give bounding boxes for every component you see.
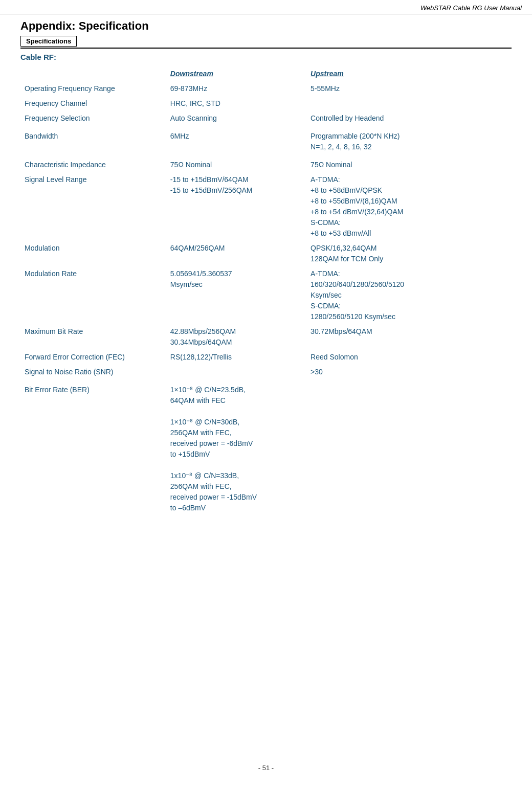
row-label: Maximum Bit Rate xyxy=(20,324,166,350)
row-upstream: 5-55MHz xyxy=(306,81,512,96)
table-row: Frequency ChannelHRC, IRC, STD xyxy=(20,96,512,111)
table-header-row: Downstream Upstream xyxy=(20,66,512,81)
table-row: Maximum Bit Rate42.88Mbps/256QAM30.34Mbp… xyxy=(20,324,512,350)
table-row: Modulation Rate5.056941/5.360537Msym/sec… xyxy=(20,266,512,324)
appendix-title: Appendix: Specification xyxy=(20,19,512,33)
table-row: Modulation64QAM/256QAMQPSK/16,32,64QAM12… xyxy=(20,241,512,266)
col1-header xyxy=(20,66,166,81)
row-downstream: HRC, IRC, STD xyxy=(166,96,306,111)
table-row: Bandwidth6MHzProgrammable (200*N KHz)N=1… xyxy=(20,126,512,154)
row-downstream: 69-873MHz xyxy=(166,81,306,96)
row-downstream: 75Ω Nominal xyxy=(166,154,306,172)
row-upstream: Reed Solomon xyxy=(306,350,512,365)
row-downstream: -15 to +15dBmV/64QAM-15 to +15dBmV/256QA… xyxy=(166,172,306,241)
row-downstream: Auto Scanning xyxy=(166,111,306,126)
row-upstream: 30.72Mbps/64QAM xyxy=(306,324,512,350)
row-label: Frequency Selection xyxy=(20,111,166,126)
row-upstream: Controlled by Headend xyxy=(306,111,512,126)
row-upstream xyxy=(306,96,512,111)
row-downstream: 6MHz xyxy=(166,126,306,154)
row-label: Signal to Noise Ratio (SNR) xyxy=(20,365,166,379)
section-divider xyxy=(20,48,512,49)
cable-rf-label: Cable RF: xyxy=(20,53,512,61)
spec-table: Downstream Upstream Operating Frequency … xyxy=(20,66,512,515)
table-row: Characteristic Impedance75Ω Nominal75Ω N… xyxy=(20,154,512,172)
row-label: Bit Error Rate (BER) xyxy=(20,379,166,515)
row-downstream: RS(128,122)/Trellis xyxy=(166,350,306,365)
row-label: Modulation Rate xyxy=(20,266,166,324)
row-downstream: 64QAM/256QAM xyxy=(166,241,306,266)
row-label: Modulation xyxy=(20,241,166,266)
row-upstream: A-TDMA:+8 to +58dBmV/QPSK+8 to +55dBmV/(… xyxy=(306,172,512,241)
table-row: Operating Frequency Range69-873MHz5-55MH… xyxy=(20,81,512,96)
table-row: Signal Level Range-15 to +15dBmV/64QAM-1… xyxy=(20,172,512,241)
table-row: Signal to Noise Ratio (SNR)>30 xyxy=(20,365,512,379)
row-upstream xyxy=(306,379,512,515)
row-upstream: 75Ω Nominal xyxy=(306,154,512,172)
row-downstream: 1×10⁻⁸ @ C/N=23.5dB,64QAM with FEC1×10⁻⁸… xyxy=(166,379,306,515)
row-label: Frequency Channel xyxy=(20,96,166,111)
table-row: Bit Error Rate (BER)1×10⁻⁸ @ C/N=23.5dB,… xyxy=(20,379,512,515)
page-footer: - 51 - xyxy=(0,764,532,772)
row-upstream: >30 xyxy=(306,365,512,379)
row-label: Forward Error Correction (FEC) xyxy=(20,350,166,365)
row-downstream: 5.056941/5.360537Msym/sec xyxy=(166,266,306,324)
row-label: Characteristic Impedance xyxy=(20,154,166,172)
row-label: Signal Level Range xyxy=(20,172,166,241)
table-row: Frequency SelectionAuto ScanningControll… xyxy=(20,111,512,126)
specifications-tab[interactable]: Specifications xyxy=(20,36,77,47)
row-label: Operating Frequency Range xyxy=(20,81,166,96)
row-downstream: 42.88Mbps/256QAM30.34Mbps/64QAM xyxy=(166,324,306,350)
col2-header: Downstream xyxy=(166,66,306,81)
header-title: WebSTAR Cable RG User Manual xyxy=(0,0,532,14)
col3-header: Upstream xyxy=(306,66,512,81)
table-row: Forward Error Correction (FEC)RS(128,122… xyxy=(20,350,512,365)
row-upstream: QPSK/16,32,64QAM128QAM for TCM Only xyxy=(306,241,512,266)
row-upstream: Programmable (200*N KHz)N=1, 2, 4, 8, 16… xyxy=(306,126,512,154)
header: WebSTAR Cable RG User Manual xyxy=(0,0,532,14)
row-label: Bandwidth xyxy=(20,126,166,154)
row-upstream: A-TDMA:160/320/640/1280/2560/5120Ksym/se… xyxy=(306,266,512,324)
row-downstream xyxy=(166,365,306,379)
